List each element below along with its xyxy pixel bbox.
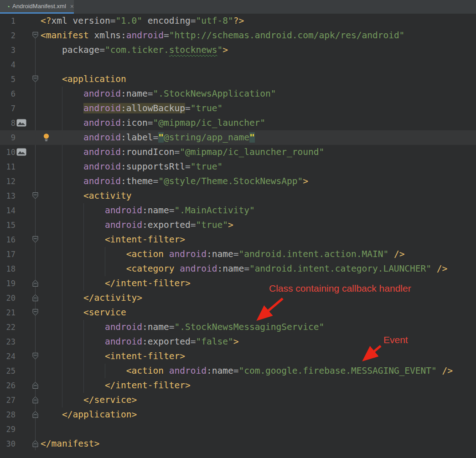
code-token[interactable]: </activity>	[41, 293, 142, 303]
code-token[interactable]: </application>	[41, 409, 137, 420]
line-number[interactable]: 3	[0, 43, 16, 57]
line-number[interactable]: 27	[0, 393, 16, 407]
code-text[interactable]: </intent-filter>	[41, 276, 191, 291]
code-text[interactable]: <intent-filter>	[41, 232, 185, 247]
code-token[interactable]: "@mipmap/ic_launcher"	[153, 118, 266, 128]
code-token[interactable]: =	[169, 205, 175, 216]
code-token[interactable]: android	[180, 263, 217, 274]
code-text[interactable]: android:exported="false">	[41, 334, 238, 349]
code-token[interactable]: >	[303, 176, 308, 186]
code-token[interactable]: <activity	[41, 190, 132, 201]
code-token[interactable]: "utf-8"	[196, 15, 233, 26]
code-token[interactable]: :theme	[121, 176, 153, 186]
code-token[interactable]: =	[148, 118, 153, 128]
line-number[interactable]: 18	[0, 262, 16, 276]
line-number[interactable]: 22	[0, 320, 16, 334]
line-number[interactable]: 7	[0, 101, 16, 116]
fold-end-icon[interactable]	[32, 381, 39, 391]
code-token[interactable]	[41, 220, 105, 230]
code-token[interactable]: =	[99, 45, 105, 55]
code-token[interactable]: "false"	[196, 336, 233, 347]
code-token[interactable]: <?	[41, 15, 51, 26]
code-token[interactable]: :name	[121, 88, 148, 99]
code-token[interactable]: />	[437, 365, 453, 376]
code-token[interactable]: >	[228, 220, 233, 230]
code-token[interactable]: =	[164, 30, 169, 41]
code-line-27[interactable]: 27 </service>	[0, 393, 476, 407]
line-number[interactable]: 21	[0, 305, 16, 320]
code-token[interactable]: </intent-filter>	[41, 380, 191, 391]
code-token[interactable]	[41, 336, 105, 347]
code-token[interactable]: >	[233, 336, 239, 347]
code-token[interactable]	[164, 365, 169, 376]
code-line-22[interactable]: 22 android:name=".StockNewsMessagingServ…	[0, 320, 476, 334]
code-token[interactable]: "true"	[191, 161, 222, 172]
code-token[interactable]: <manifest	[41, 30, 89, 41]
code-line-12[interactable]: 12 android:theme="@style/Theme.StockNews…	[0, 174, 476, 189]
line-number[interactable]: 24	[0, 349, 16, 364]
code-text[interactable]: </intent-filter>	[41, 378, 191, 393]
fold-end-icon[interactable]	[32, 279, 39, 289]
code-text[interactable]: </manifest>	[41, 437, 99, 451]
code-token[interactable]: :name	[207, 249, 233, 259]
code-token[interactable]	[41, 88, 83, 99]
code-token[interactable]: "	[158, 132, 164, 143]
line-number[interactable]: 29	[0, 422, 16, 437]
code-token[interactable]: "com.google.firebase.MESSAGING_EVENT"	[238, 365, 436, 376]
code-token[interactable]: />	[388, 249, 404, 259]
code-token[interactable]: android	[83, 161, 121, 172]
code-text[interactable]: <action android:name="android.intent.act…	[41, 247, 404, 262]
tab-close-icon[interactable]: ×	[70, 3, 74, 10]
code-token[interactable]: :exported	[142, 336, 191, 347]
line-number[interactable]: 11	[0, 160, 16, 174]
code-text[interactable]: <?xml version="1.0" encoding="utf-8"?>	[41, 14, 244, 28]
code-token[interactable]: =	[233, 365, 239, 376]
code-token[interactable]: >	[222, 45, 228, 55]
line-number[interactable]: 12	[0, 174, 16, 189]
code-token[interactable]: android	[105, 336, 142, 347]
code-token[interactable]: =	[169, 322, 175, 332]
code-token[interactable]: :name	[142, 205, 169, 216]
code-token[interactable]: android	[83, 132, 121, 143]
code-text[interactable]: package="com.ticker.stocknews">	[41, 43, 228, 57]
code-token[interactable]: "true"	[191, 103, 222, 113]
fold-start-icon[interactable]	[32, 31, 39, 41]
code-line-10[interactable]: 10 android:roundIcon="@mipmap/ic_launche…	[0, 145, 476, 160]
code-token[interactable]	[41, 322, 105, 332]
code-token[interactable]: />	[431, 263, 447, 274]
code-line-1[interactable]: 1<?xml version="1.0" encoding="utf-8"?>	[0, 14, 476, 28]
code-token[interactable]: android	[169, 249, 207, 259]
fold-end-icon[interactable]	[32, 411, 39, 420]
code-text[interactable]: <action android:name="com.google.firebas…	[41, 364, 453, 378]
tab-androidmanifest[interactable]: MF AndroidManifest.xml ×	[0, 0, 74, 12]
code-token[interactable]	[41, 132, 83, 143]
code-token[interactable]: =	[233, 249, 239, 259]
code-line-17[interactable]: 17 <action android:name="android.intent.…	[0, 247, 476, 262]
code-token[interactable]: =	[175, 147, 180, 157]
code-text[interactable]: android:supportsRtl="true"	[41, 160, 222, 174]
code-text[interactable]: <service	[41, 305, 126, 320]
line-number[interactable]: 19	[0, 276, 16, 291]
code-token[interactable]: "android.intent.action.MAIN"	[238, 249, 388, 259]
code-token[interactable]: <action	[41, 365, 164, 376]
code-token[interactable]: "	[249, 132, 255, 143]
code-token[interactable]	[164, 249, 169, 259]
code-text[interactable]: <intent-filter>	[41, 349, 185, 364]
code-text[interactable]: <application	[41, 72, 126, 87]
code-token[interactable]: stocknews	[169, 45, 217, 55]
code-token[interactable]: android	[83, 103, 121, 113]
line-number[interactable]: 5	[0, 72, 16, 87]
code-token[interactable]: android	[83, 118, 121, 128]
code-token[interactable]: <intent-filter>	[41, 234, 185, 245]
code-token[interactable]: xml version	[51, 15, 110, 26]
code-text[interactable]: <activity	[41, 189, 132, 203]
code-line-6[interactable]: 6 android:name=".StockNewsApplication"	[0, 87, 476, 101]
line-number[interactable]: 10	[0, 145, 16, 160]
code-line-18[interactable]: 18 <category android:name="android.inten…	[0, 262, 476, 276]
code-token[interactable]: =	[191, 15, 196, 26]
code-line-21[interactable]: 21 <service	[0, 305, 476, 320]
code-line-7[interactable]: 7 android:allowBackup="true"	[0, 101, 476, 116]
code-token[interactable]: :label	[121, 132, 153, 143]
fold-end-icon[interactable]	[32, 294, 39, 304]
code-line-30[interactable]: 30</manifest>	[0, 437, 476, 451]
